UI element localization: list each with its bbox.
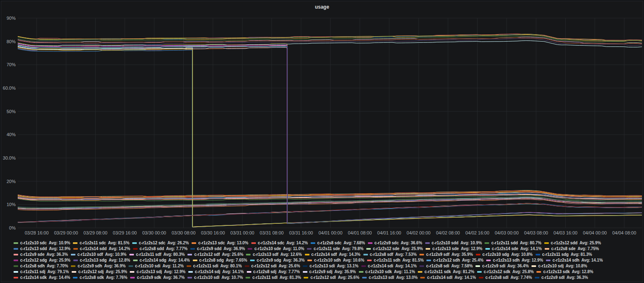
- series-color-swatch[interactable]: [187, 254, 192, 255]
- legend-item[interactable]: c-r1z2s14 sdhAvg: 14.1%: [546, 257, 603, 263]
- series-color-swatch[interactable]: [475, 265, 480, 267]
- legend-item[interactable]: c-r1z2s9 sdhAvg: 36.9%: [71, 263, 125, 269]
- legend-item[interactable]: c-r1z2s10 sdlAvg: 10.7%: [187, 275, 243, 280]
- series-color-swatch[interactable]: [303, 271, 307, 273]
- series-color-swatch[interactable]: [476, 254, 480, 255]
- legend-item[interactable]: c-r1z2s14 sdkAvg: 14.4%: [14, 275, 70, 280]
- legend-item[interactable]: c-r1z2s14 sddAvg: 14.2%: [73, 246, 130, 251]
- legend-item[interactable]: c-r1z2s10 sdgAvg: 10.8%: [476, 252, 533, 257]
- series-color-swatch[interactable]: [14, 260, 18, 261]
- series-color-swatch[interactable]: [73, 260, 78, 261]
- legend-item[interactable]: c-r1z2s14 sdiAvg: 14.1%: [361, 263, 417, 269]
- series-color-swatch[interactable]: [545, 248, 549, 250]
- legend-item[interactable]: c-r1z2s12 sdkAvg: 25.8%: [477, 269, 534, 274]
- legend-item[interactable]: c-r1z2s10 sdkAvg: 11.1%: [359, 269, 415, 274]
- series-color-swatch[interactable]: [130, 277, 135, 278]
- legend-item[interactable]: c-r1z2s14 sdfAvg: 14.3%: [305, 252, 361, 257]
- legend-item[interactable]: c-r1z2s10 sdfAvg: 10.9%: [71, 252, 126, 257]
- legend-item[interactable]: c-r1z2s11 sdhAvg: 81.5%: [367, 257, 424, 263]
- legend-item[interactable]: c-r1z2s11 sdiAvg: 80.1%: [187, 263, 242, 269]
- series-color-swatch[interactable]: [426, 248, 430, 250]
- series-color-swatch[interactable]: [479, 277, 483, 278]
- series-color-swatch[interactable]: [307, 260, 312, 261]
- series-color-swatch[interactable]: [71, 254, 75, 255]
- series-color-swatch[interactable]: [129, 265, 133, 267]
- series-color-swatch[interactable]: [544, 242, 549, 244]
- series-color-swatch[interactable]: [245, 265, 249, 267]
- series-color-swatch[interactable]: [14, 254, 18, 255]
- legend-item[interactable]: c-r1z2s10 sdjAvg: 10.8%: [532, 263, 587, 269]
- legend-item[interactable]: c-r1z2s9 sdgAvg: 36.3%: [250, 257, 304, 263]
- series-color-swatch[interactable]: [188, 271, 193, 273]
- legend-item[interactable]: c-r1z2s9 sdlAvg: 36.3%: [535, 275, 588, 280]
- legend-item[interactable]: c-r1z2s9 sdkAvg: 36.7%: [130, 275, 185, 280]
- legend-item[interactable]: c-r1z2s11 sdkAvg: 81.2%: [418, 269, 474, 274]
- legend-item[interactable]: c-r1z2s13 sddAvg: 12.9%: [14, 246, 70, 251]
- legend-item[interactable]: c-r1z2s10 sdhAvg: 10.6%: [307, 257, 364, 263]
- legend-item[interactable]: c-r1z2s13 sdeAvg: 12.9%: [426, 246, 482, 251]
- legend-item[interactable]: c-r1z2s12 sdgAvg: 25.9%: [14, 257, 70, 263]
- legend-item[interactable]: c-r1z2s12 sdfAvg: 25.6%: [187, 252, 243, 257]
- legend-item[interactable]: c-r1z2s14 sdlAvg: 14.1%: [420, 275, 476, 280]
- legend-item[interactable]: c-r1z2s13 sdjAvg: 12.9%: [130, 269, 185, 274]
- legend-item[interactable]: c-r1z2s9 sdfAvg: 35.9%: [419, 252, 473, 257]
- legend-item[interactable]: c-r1z2s10 sdiAvg: 11.2%: [129, 263, 184, 269]
- series-color-swatch[interactable]: [419, 254, 424, 255]
- legend-item[interactable]: c-r1z2s12 sdcAvg: 26.2%: [132, 240, 189, 246]
- series-color-swatch[interactable]: [248, 248, 252, 250]
- legend-item[interactable]: c-r1z2s13 sdgAvg: 12.8%: [73, 257, 130, 263]
- series-color-swatch[interactable]: [130, 271, 134, 273]
- legend-item[interactable]: c-r1z2s12 sddAvg: 25.9%: [544, 240, 601, 246]
- legend-item[interactable]: c-r1z2s13 sdfAvg: 12.6%: [246, 252, 302, 257]
- series-color-swatch[interactable]: [14, 265, 18, 267]
- legend-item[interactable]: c-r1z2s11 sdeAvg: 79.8%: [307, 246, 363, 251]
- series-color-swatch[interactable]: [73, 277, 77, 278]
- series-color-swatch[interactable]: [72, 271, 76, 273]
- series-color-swatch[interactable]: [14, 242, 18, 244]
- series-color-swatch[interactable]: [359, 271, 363, 273]
- series-color-swatch[interactable]: [14, 248, 18, 250]
- legend-item[interactable]: c-r1z2s10 sdcAvg: 10.9%: [14, 240, 70, 246]
- legend-item[interactable]: c-r1z2s14 sdeAvg: 14.1%: [485, 246, 542, 251]
- legend-item[interactable]: c-r1z2s11 sddAvg: 80.7%: [485, 240, 541, 246]
- legend-item[interactable]: c-r1z2s12 sdjAvg: 25.9%: [72, 269, 127, 274]
- series-color-swatch[interactable]: [536, 271, 541, 273]
- legend-item[interactable]: c-r1z2s9 sdcAvg: 36.6%: [368, 240, 422, 246]
- series-color-swatch[interactable]: [246, 254, 251, 255]
- series-color-swatch[interactable]: [426, 260, 431, 261]
- series-color-swatch[interactable]: [303, 265, 307, 267]
- series-color-swatch[interactable]: [250, 260, 255, 261]
- series-color-swatch[interactable]: [133, 260, 138, 261]
- series-color-swatch[interactable]: [14, 277, 18, 278]
- series-color-swatch[interactable]: [190, 248, 195, 250]
- series-color-swatch[interactable]: [132, 242, 137, 244]
- legend-item[interactable]: c-r1z2s8 sddAvg: 7.77%: [133, 246, 187, 251]
- series-color-swatch[interactable]: [532, 265, 536, 267]
- series-color-swatch[interactable]: [251, 242, 256, 244]
- legend-item[interactable]: c-r1z2s8 sdjAvg: 7.77%: [247, 269, 300, 274]
- series-color-swatch[interactable]: [362, 277, 367, 278]
- series-color-swatch[interactable]: [307, 248, 311, 250]
- series-color-swatch[interactable]: [367, 260, 372, 261]
- legend-item[interactable]: c-r1z2s14 sdcAvg: 14.2%: [251, 240, 308, 246]
- series-color-swatch[interactable]: [187, 277, 192, 278]
- legend-item[interactable]: c-r1z2s11 sdlAvg: 81.3%: [246, 275, 301, 280]
- series-color-swatch[interactable]: [535, 277, 539, 278]
- series-color-swatch[interactable]: [425, 242, 430, 244]
- series-color-swatch[interactable]: [187, 265, 191, 267]
- usage-time-series-plot[interactable]: 0%10%20%30.0%40%50%60.0%70%80%90%03/28 1…: [1, 1, 644, 239]
- series-color-swatch[interactable]: [368, 242, 372, 244]
- series-color-swatch[interactable]: [129, 254, 134, 255]
- series-color-swatch[interactable]: [311, 242, 315, 244]
- series-color-swatch[interactable]: [363, 254, 368, 255]
- series-color-swatch[interactable]: [73, 242, 77, 244]
- series-color-swatch[interactable]: [71, 265, 75, 267]
- legend-item[interactable]: c-r1z2s9 sdjAvg: 35.9%: [303, 269, 356, 274]
- legend-item[interactable]: c-r1z2s9 sdiAvg: 36.4%: [475, 263, 529, 269]
- series-color-swatch[interactable]: [536, 254, 540, 255]
- legend-item[interactable]: c-r1z2s13 sdkAvg: 12.8%: [536, 269, 593, 274]
- series-color-swatch[interactable]: [247, 271, 251, 273]
- legend-item[interactable]: c-r1z2s12 sdhAvg: 25.4%: [426, 257, 483, 263]
- series-color-swatch[interactable]: [361, 265, 366, 267]
- series-color-swatch[interactable]: [477, 271, 482, 273]
